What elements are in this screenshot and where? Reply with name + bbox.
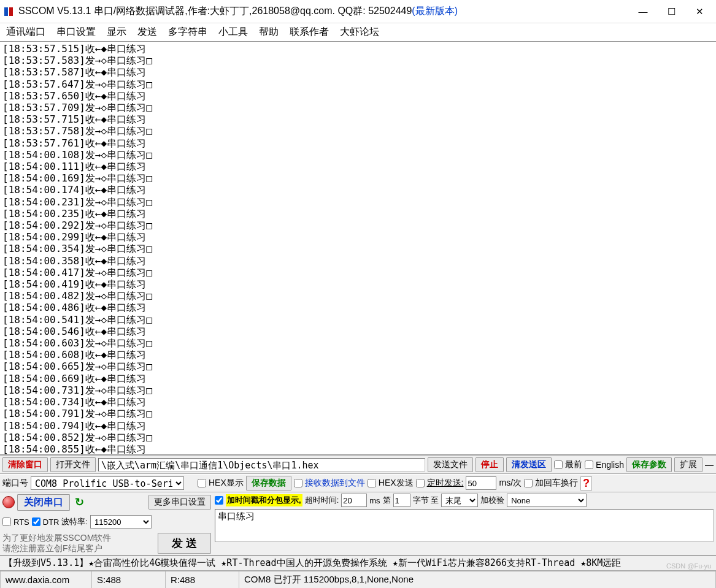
titlebar: SSCOM V5.13.1 串口/网络数据调试器,作者:大虾丁丁,2618058… [0,0,716,23]
hex-send-label: HEX发送 [379,478,414,489]
minimize-button[interactable]: — [629,2,657,21]
send-file-button[interactable]: 发送文件 [428,457,473,472]
extend-arrow: — [705,460,714,470]
toolbar-row-3: 关闭串口 ↻ 更多串口设置 RTS DTR 波特率: 115200 为了更好地发… [0,492,716,556]
menu-item-2[interactable]: 显示 [107,26,126,39]
menu-item-7[interactable]: 联系作者 [290,26,329,39]
promo-line2: 请您注册嘉立创F结尾客户 [2,543,155,554]
clear-window-button[interactable]: 清除窗口 [2,457,48,472]
extend-button[interactable]: 扩展 [674,457,703,472]
menu-item-0[interactable]: 通讯端口 [6,26,45,39]
menubar: 通讯端口串口设置显示发送多字符串小工具帮助联系作者大虾论坛 [0,23,716,42]
maximize-button[interactable]: ☐ [657,2,685,21]
toolbar-row-2: 端口号 COM8 Prolific USB-to-Seria HEX显示 保存数… [0,474,716,492]
crlf-label: 加回车换行 [535,478,578,489]
statusbar: www.daxia.com S:488 R:488 COM8 已打开 11520… [0,571,716,588]
window-controls: — ☐ ✕ [629,2,714,21]
interval-unit: ms/次 [499,478,522,489]
app-icon [2,6,15,18]
topmost-checkbox[interactable] [554,460,563,469]
open-file-button[interactable]: 打开文件 [50,457,96,472]
left-controls: 关闭串口 ↻ 更多串口设置 RTS DTR 波特率: 115200 为了更好地发… [2,494,211,554]
timeout-input[interactable] [341,494,367,507]
crlf-checkbox[interactable] [524,479,533,487]
english-label: English [596,460,624,470]
byte-label-1: 第 [383,495,391,506]
help-icon[interactable]: ? [580,476,592,491]
hex-display-label: HEX显示 [209,478,244,489]
checksum-label: 加校验 [480,495,504,506]
send-textarea[interactable]: 串口练习 [215,509,714,542]
save-params-button[interactable]: 保存参数 [626,457,672,472]
english-checkbox[interactable] [585,460,593,469]
recv-to-file-label: 接收数据到文件 [305,478,365,489]
recv-to-file-checkbox[interactable] [294,479,302,487]
baud-label: 波特率: [61,516,88,527]
status-led-icon [2,496,15,508]
status-url[interactable]: www.daxia.com [0,571,92,588]
timeout-label: 超时时间: [305,495,339,506]
port-label: 端口号 [2,478,28,489]
interval-input[interactable] [466,476,496,490]
status-conn: COM8 已打开 115200bps,8,1,None,None [239,571,716,588]
save-data-button[interactable]: 保存数据 [246,476,291,491]
byte-to-select[interactable]: 末尾 [441,494,478,507]
stop-button[interactable]: 停止 [475,457,504,472]
menu-item-6[interactable]: 帮助 [259,26,279,39]
title-main: SSCOM V5.13.1 串口/网络数据调试器,作者:大虾丁丁,2618058… [18,6,412,16]
dtr-checkbox[interactable] [32,517,40,526]
title-suffix: (最新版本) [412,6,458,16]
ad-banner[interactable]: 【升级到V5.13.1】★合宙高性价比4G模块值得一试 ★RT-Thread中国… [0,556,716,571]
baud-select[interactable]: 115200 [90,515,152,529]
timed-send-label: 定时发送: [427,478,464,489]
dtr-label: DTR [43,517,60,527]
rts-label: RTS [13,517,29,527]
menu-item-8[interactable]: 大虾论坛 [340,26,379,39]
promo-line1: 为了更好地发展SSCOM软件 [2,533,155,543]
more-settings-button[interactable]: 更多串口设置 [148,495,211,510]
status-sent: S:488 [92,571,166,588]
refresh-icon[interactable]: ↻ [72,495,87,509]
menu-item-1[interactable]: 串口设置 [56,26,96,39]
topmost-label: 最前 [565,459,582,470]
svg-rect-0 [4,7,8,16]
timestamp-label: 加时间戳和分包显示, [226,494,302,506]
menu-item-5[interactable]: 小工具 [218,26,248,39]
watermark: CSDN @Fu·yu [666,562,711,570]
close-port-button[interactable]: 关闭串口 [17,494,70,511]
receive-log[interactable]: [18:53:57.515]收←◆串口练习 [18:53:57.583]发→◇串… [0,42,716,456]
status-recv: R:488 [166,571,239,588]
menu-item-3[interactable]: 发送 [137,26,157,39]
hex-display-checkbox[interactable] [198,479,206,487]
clear-send-button[interactable]: 清发送区 [506,457,552,472]
checksum-select[interactable]: None [507,494,587,507]
send-button[interactable]: 发 送 [158,533,211,554]
file-path-display: \嵌入式\arm汇编\串口通信1\Objects\串口1.hex [98,458,425,472]
window-title: SSCOM V5.13.1 串口/网络数据调试器,作者:大虾丁丁,2618058… [18,5,629,18]
close-button[interactable]: ✕ [685,2,714,21]
rts-checkbox[interactable] [2,517,11,526]
promo-text: 为了更好地发展SSCOM软件 请您注册嘉立创F结尾客户 [2,533,155,554]
byte-label-2: 字节 至 [413,495,439,506]
svg-rect-1 [9,7,13,16]
port-select[interactable]: COM8 Prolific USB-to-Seria [31,476,184,490]
menu-item-4[interactable]: 多字符串 [168,26,207,39]
timestamp-checkbox[interactable] [215,496,223,505]
byte-from-input[interactable] [393,494,410,507]
timeout-unit: ms [369,496,380,505]
timed-send-checkbox[interactable] [416,479,425,487]
toolbar-row-1: 清除窗口 打开文件 \嵌入式\arm汇编\串口通信1\Objects\串口1.h… [0,456,716,474]
hex-send-checkbox[interactable] [368,479,376,487]
